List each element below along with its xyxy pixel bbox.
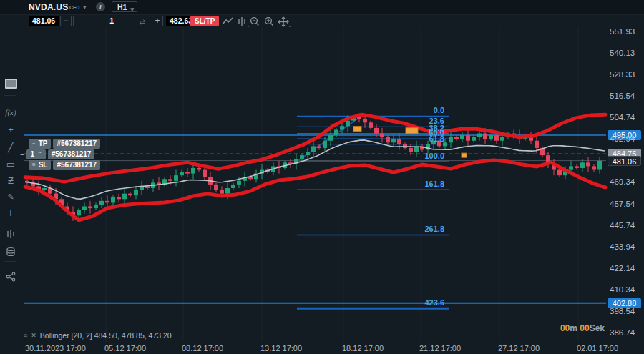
time-axis-label: 18.12 17:00 <box>342 344 384 353</box>
timer-seconds-unit: Sek <box>590 323 605 333</box>
price-axis-label: 504.74 <box>610 113 643 122</box>
divider <box>4 95 16 96</box>
price-axis-label: 540.13 <box>610 49 643 57</box>
quantity-input[interactable]: 1⇄ <box>73 16 150 26</box>
indicator-legend: ≡ ✕ Bollinger [20, 2] 484.50, 478.85, 47… <box>24 331 172 340</box>
quantity-value: 1 <box>109 16 114 25</box>
share-icon[interactable] <box>2 270 19 283</box>
indicators-fx-icon[interactable]: f(x) <box>2 106 19 119</box>
close-position-icon[interactable]: − <box>20 150 24 159</box>
price-axis-label: 398.54 <box>610 307 643 315</box>
position-quantity: 1 <box>30 149 34 159</box>
time-axis-label: 05.12 17:00 <box>104 344 146 353</box>
timer-minutes-unit: m <box>570 323 577 333</box>
quantity-decrease-button[interactable]: − <box>60 16 72 26</box>
time-axis-label: 13.12 17:00 <box>260 344 302 353</box>
divider <box>4 261 16 262</box>
timeframe-value: H1 <box>117 3 127 11</box>
collapse-icon[interactable]: ⌃ <box>37 149 42 159</box>
line-tool-icon[interactable]: ╱ <box>2 140 19 153</box>
timer-seconds: 00 <box>580 323 589 333</box>
crosshair-tool-icon[interactable]: + <box>2 123 19 136</box>
candle-countdown-timer: 00m 00Sek <box>544 323 605 333</box>
tp-ticket-badge: #567381217 <box>53 139 100 149</box>
rectangle-tool-icon[interactable]: ▭ <box>2 157 19 170</box>
fib-level-label: 161.8 <box>394 180 444 188</box>
fib-level-label: 100.0 <box>394 152 444 160</box>
chart-header-bar: NVDA.US CFD ▾ i H1▾ <box>0 0 644 15</box>
stop-loss-marker[interactable]: ≡SL #567381217 <box>29 160 100 170</box>
order-toolbar: 481.06 − 1⇄ + 482.63 SL/TP <box>0 16 372 29</box>
chevron-down-icon: ▾ <box>130 4 134 15</box>
sell-price-button[interactable]: 481.06 <box>29 16 59 26</box>
trading-platform-window: NVDA.US CFD ▾ i H1▾ 481.06 − 1⇄ + 482.63… <box>0 0 644 354</box>
time-axis-label: 30.11.2023 17:00 <box>25 344 86 353</box>
objects-layers-icon[interactable] <box>2 245 19 258</box>
price-axis-label: 528.33 <box>610 70 643 79</box>
price-axis-label: 469.34 <box>610 177 643 186</box>
divider <box>4 220 16 220</box>
price-axis-label: 422.14 <box>610 264 643 272</box>
close-icon[interactable]: ✕ <box>31 332 36 339</box>
drag-handle-icon: ≡ <box>32 139 36 149</box>
quantity-increase-button[interactable]: + <box>152 16 163 26</box>
sl-ticket-badge: #567381217 <box>53 160 100 170</box>
price-axis-label: 551.93 <box>610 27 643 36</box>
volume-profile-icon[interactable] <box>237 16 248 28</box>
drag-handle-icon: ≡ <box>32 160 36 170</box>
fib-level-label: 423.6 <box>394 298 444 307</box>
position-price-badge: 481.06 <box>608 156 641 166</box>
time-axis-label: 27.12 17:00 <box>498 344 540 353</box>
price-chart-canvas[interactable] <box>0 0 644 354</box>
fib-level-label: 0.0 <box>394 106 444 114</box>
swap-units-icon[interactable]: ⇄ <box>140 17 145 26</box>
indicator-legend-text: Bollinger [20, 2] 484.50, 478.85, 473.20 <box>40 331 172 340</box>
price-axis-label: 516.54 <box>610 92 643 100</box>
price-axis-label: 457.54 <box>610 200 643 208</box>
price-axis-label: 492.94 <box>610 134 643 143</box>
drawing-tools-sidebar: f(x) + ╱ ▭ Ƶ ✎ T <box>0 14 21 354</box>
volume-profile-tool-icon[interactable] <box>2 227 19 240</box>
take-profit-marker[interactable]: ≡TP #567381217 <box>29 139 100 149</box>
chart-snapshot-icon[interactable] <box>2 77 19 90</box>
drag-handle-icon[interactable]: ≡ <box>24 332 27 339</box>
fib-level-label: 261.8 <box>394 225 444 233</box>
time-axis-label: 08.12 17:00 <box>182 344 223 353</box>
info-icon[interactable]: i <box>96 2 105 11</box>
symbol-name[interactable]: NVDA.US <box>29 2 68 12</box>
price-axis-label: 386.74 <box>610 328 643 337</box>
sl-label: SL <box>39 160 48 170</box>
fib-level-label: 61.8 <box>394 134 444 143</box>
timer-minutes: 00 <box>560 323 570 333</box>
wave-tool-icon[interactable]: Ƶ <box>2 174 19 187</box>
chevron-down-icon[interactable]: ▾ <box>83 4 87 11</box>
price-axis-label: 410.34 <box>610 285 643 294</box>
move-chart-icon[interactable] <box>278 16 289 28</box>
brush-tool-icon[interactable]: ✎ <box>2 190 19 203</box>
instrument-type-label: CFD <box>69 5 79 10</box>
time-axis-label: 02.01 17:00 <box>577 344 618 353</box>
zoom-in-icon[interactable] <box>263 16 275 28</box>
price-axis-label: 445.74 <box>610 221 643 230</box>
price-axis-label: 433.94 <box>610 242 643 251</box>
text-tool-icon[interactable]: T <box>2 207 19 220</box>
position-ticket-badge: #567381217 <box>48 149 95 159</box>
trend-line-icon[interactable] <box>222 16 233 28</box>
zoom-out-icon[interactable] <box>249 16 260 28</box>
sltp-button[interactable]: SL/TP <box>190 16 219 26</box>
time-axis-label: 21.12 17:00 <box>419 344 461 353</box>
tp-label: TP <box>39 139 48 149</box>
timeframe-dropdown[interactable]: H1▾ <box>112 1 137 12</box>
position-marker[interactable]: − 1⌃ #567381217 <box>20 149 94 159</box>
